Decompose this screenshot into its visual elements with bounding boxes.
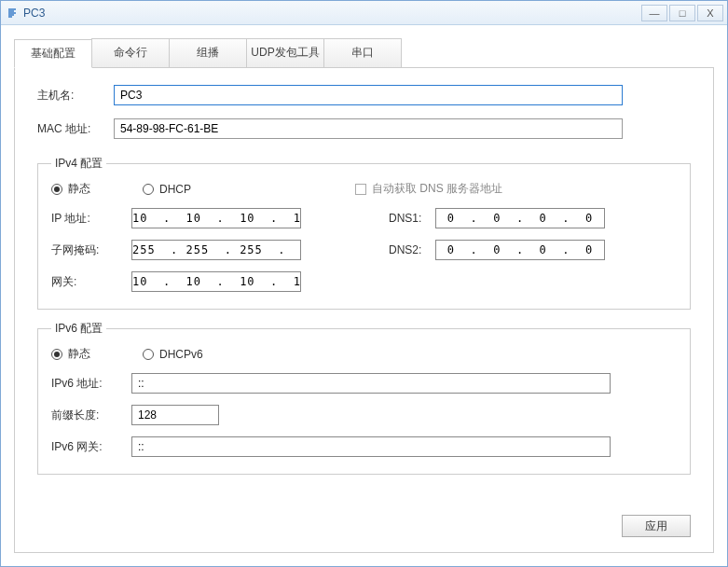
hostname-input[interactable] (114, 85, 623, 105)
ipv6-addr-label: IPv6 地址: (51, 376, 131, 392)
ipv6-addr-input[interactable] (131, 373, 611, 394)
hostname-label: 主机名: (37, 88, 114, 104)
checkbox-unchecked-icon (355, 184, 366, 195)
ipv4-ip-input[interactable] (131, 208, 301, 228)
radio-unchecked-icon (143, 349, 154, 360)
window-title: PC3 (23, 7, 641, 20)
dns1-label: DNS1: (389, 212, 435, 225)
ipv4-gateway-label: 网关: (51, 274, 131, 290)
radio-unchecked-icon (143, 184, 154, 195)
ipv4-gateway-input[interactable] (131, 271, 301, 292)
tab-multicast[interactable]: 组播 (169, 38, 247, 67)
tab-udp[interactable]: UDP发包工具 (246, 38, 324, 67)
auto-dns-option[interactable]: 自动获取 DNS 服务器地址 (355, 181, 502, 197)
ipv4-legend: IPv4 配置 (51, 156, 106, 172)
dns1-input[interactable] (435, 208, 605, 228)
ipv6-prefix-label: 前缀长度: (51, 408, 131, 423)
tab-serial[interactable]: 串口 (323, 38, 402, 67)
ipv4-dhcp-radio[interactable]: DHCP (143, 183, 215, 196)
ipv6-dhcpv6-radio[interactable]: DHCPv6 (143, 348, 215, 361)
ipv4-static-radio[interactable]: 静态 (51, 181, 124, 197)
ipv6-legend: IPv6 配置 (51, 321, 106, 337)
ipv6-prefix-row: 前缀长度: (51, 405, 677, 425)
ipv4-gateway-row: 网关: (51, 271, 677, 292)
ipv4-fieldset: IPv4 配置 静态 DHCP 自动获取 DNS 服务器地址 (37, 156, 691, 310)
ipv6-dhcpv6-label: DHCPv6 (159, 348, 203, 361)
dns2-label: DNS2: (389, 243, 435, 256)
ipv4-mask-input[interactable] (131, 240, 301, 260)
ipv6-gateway-row: IPv6 网关: (51, 436, 677, 457)
radio-checked-icon (51, 184, 62, 195)
ipv4-dhcp-label: DHCP (159, 183, 191, 196)
tab-cmdline[interactable]: 命令行 (91, 38, 170, 67)
mac-row: MAC 地址: (37, 118, 691, 139)
ipv6-static-label: 静态 (68, 346, 90, 362)
ipv6-prefix-input[interactable] (131, 405, 219, 425)
ipv4-static-label: 静态 (68, 181, 90, 197)
auto-dns-label: 自动获取 DNS 服务器地址 (372, 181, 502, 197)
titlebar-buttons: — □ X (641, 5, 723, 21)
hostname-row: 主机名: (37, 85, 691, 105)
titlebar: PC3 — □ X (1, 1, 727, 25)
radio-checked-icon (51, 349, 62, 360)
dns2-input[interactable] (435, 240, 605, 260)
ipv6-static-radio[interactable]: 静态 (51, 346, 124, 362)
ipv4-ip-row: IP 地址: DNS1: (51, 208, 677, 228)
ipv6-mode-row: 静态 DHCPv6 (51, 346, 677, 362)
ipv6-fieldset: IPv6 配置 静态 DHCPv6 IPv6 地址: (37, 321, 691, 475)
close-button[interactable]: X (697, 5, 723, 21)
ipv6-addr-row: IPv6 地址: (51, 373, 677, 394)
ipv4-ip-label: IP 地址: (51, 211, 131, 227)
tab-basic[interactable]: 基础配置 (14, 39, 92, 68)
minimize-button[interactable]: — (641, 5, 667, 21)
content-area: 基础配置 命令行 组播 UDP发包工具 串口 主机名: MAC 地址: IPv4… (1, 25, 727, 566)
maximize-button[interactable]: □ (669, 5, 695, 21)
ipv6-gateway-input[interactable] (131, 436, 611, 457)
ipv4-mask-row: 子网掩码: DNS2: (51, 240, 677, 260)
apply-button[interactable]: 应用 (622, 515, 691, 537)
mac-input[interactable] (114, 118, 623, 139)
ipv4-mask-label: 子网掩码: (51, 242, 131, 258)
app-icon (5, 6, 20, 21)
window-frame: PC3 — □ X 基础配置 命令行 组播 UDP发包工具 串口 主机名: MA… (0, 0, 728, 567)
basic-panel: 主机名: MAC 地址: IPv4 配置 静态 DHCP (14, 68, 714, 553)
mac-label: MAC 地址: (37, 121, 114, 137)
panel-footer: 应用 (37, 505, 691, 537)
tab-bar: 基础配置 命令行 组播 UDP发包工具 串口 (14, 38, 714, 68)
ipv4-mode-row: 静态 DHCP 自动获取 DNS 服务器地址 (51, 181, 677, 197)
ipv6-gateway-label: IPv6 网关: (51, 439, 131, 455)
